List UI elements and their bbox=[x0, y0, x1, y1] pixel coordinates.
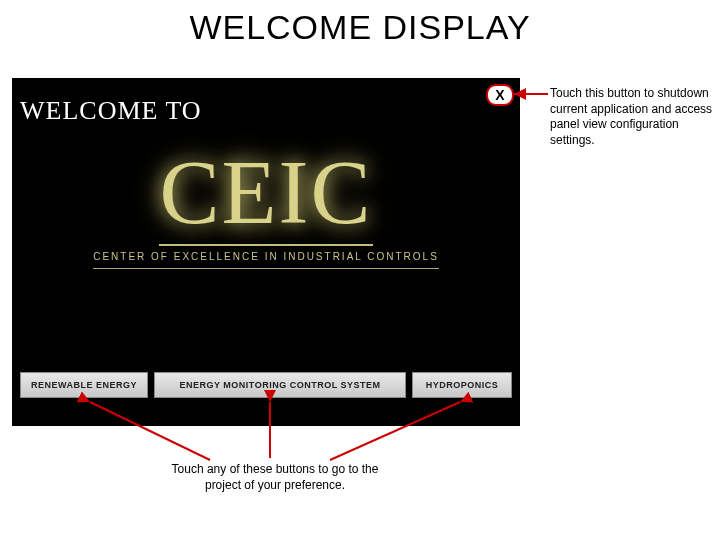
project-button-row: RENEWABLE ENERGY ENERGY MONITORING CONTR… bbox=[20, 372, 512, 398]
hydroponics-button[interactable]: HYDROPONICS bbox=[412, 372, 512, 398]
energy-monitoring-button[interactable]: ENERGY MONITORING CONTROL SYSTEM bbox=[154, 372, 406, 398]
renewable-energy-button[interactable]: RENEWABLE ENERGY bbox=[20, 372, 148, 398]
annotation-close: Touch this button to shutdown current ap… bbox=[550, 86, 718, 148]
ceic-logo: CEIC CENTER OF EXCELLENCE IN INDUSTRIAL … bbox=[76, 148, 456, 269]
close-button[interactable]: X bbox=[486, 84, 514, 106]
logo-main-text: CEIC bbox=[159, 148, 372, 246]
logo-tagline: CENTER OF EXCELLENCE IN INDUSTRIAL CONTR… bbox=[93, 251, 439, 269]
welcome-to-label: WELCOME TO bbox=[20, 96, 202, 126]
page-title: WELCOME DISPLAY bbox=[0, 0, 720, 53]
welcome-screen: WELCOME TO X CEIC CENTER OF EXCELLENCE I… bbox=[12, 78, 520, 426]
annotation-buttons: Touch any of these buttons to go to the … bbox=[170, 462, 380, 493]
